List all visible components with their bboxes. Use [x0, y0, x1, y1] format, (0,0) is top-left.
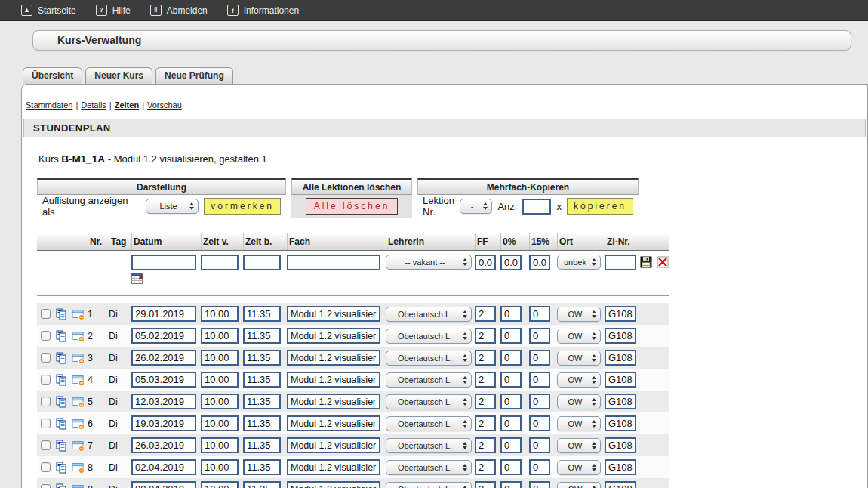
- zi-nr-input[interactable]: [605, 415, 636, 431]
- ff-input[interactable]: [475, 328, 496, 344]
- copy-row-icon[interactable]: [55, 462, 67, 474]
- new-ff-input[interactable]: [475, 255, 496, 270]
- 15-percent-input[interactable]: [529, 481, 550, 488]
- ff-input[interactable]: [475, 394, 496, 409]
- remove-lesson-icon[interactable]: [72, 352, 85, 364]
- remove-lesson-icon[interactable]: [72, 483, 85, 488]
- zeit-von-input[interactable]: [201, 328, 239, 344]
- clear-row-icon[interactable]: [657, 256, 669, 268]
- 0-percent-input[interactable]: [500, 328, 522, 344]
- anzahl-input[interactable]: [522, 199, 551, 215]
- breadcrumb-stammdaten[interactable]: Stammdaten: [26, 100, 72, 110]
- 0-percent-input[interactable]: [500, 481, 522, 488]
- zeit-bis-input[interactable]: [243, 481, 281, 488]
- fach-input[interactable]: [287, 372, 380, 388]
- ff-input[interactable]: [475, 350, 496, 366]
- zeit-von-input[interactable]: [201, 372, 239, 388]
- topbar-item-startseite[interactable]: ▲ Startseite: [21, 5, 76, 16]
- topbar-item-abmelden[interactable]: ‖ Abmelden: [150, 5, 208, 16]
- ort-select[interactable]: OW: [557, 329, 601, 344]
- datum-input[interactable]: [131, 394, 196, 409]
- remove-lesson-icon[interactable]: [72, 374, 85, 386]
- 15-percent-input[interactable]: [529, 372, 550, 388]
- zeit-von-input[interactable]: [201, 437, 239, 453]
- lektion-nr-select[interactable]: -: [460, 199, 493, 214]
- ort-select[interactable]: OW: [557, 460, 601, 475]
- zi-nr-input[interactable]: [605, 481, 636, 488]
- ort-select[interactable]: OW: [557, 351, 601, 366]
- calendar-icon[interactable]: [131, 273, 143, 285]
- new-0-percent-input[interactable]: [500, 255, 522, 270]
- row-select-checkbox[interactable]: [41, 353, 51, 363]
- fach-input[interactable]: [287, 394, 380, 409]
- breadcrumb-zeiten-current[interactable]: Zeiten: [115, 100, 139, 110]
- display-mode-select[interactable]: Liste: [146, 199, 199, 214]
- lehrerin-select[interactable]: Obertautsch L.: [386, 394, 472, 409]
- lehrerin-select[interactable]: Obertautsch L.: [386, 351, 472, 366]
- 0-percent-input[interactable]: [500, 306, 522, 322]
- copy-row-icon[interactable]: [55, 440, 67, 452]
- copy-row-icon[interactable]: [55, 418, 67, 430]
- zi-nr-input[interactable]: [605, 394, 636, 409]
- row-select-checkbox[interactable]: [41, 440, 51, 450]
- zeit-von-input[interactable]: [201, 481, 239, 488]
- row-select-checkbox[interactable]: [41, 462, 51, 472]
- zeit-von-input[interactable]: [201, 415, 239, 431]
- 0-percent-input[interactable]: [500, 372, 522, 388]
- ff-input[interactable]: [475, 415, 496, 431]
- new-lehrerin-select[interactable]: -- vakant --: [386, 255, 472, 270]
- zi-nr-input[interactable]: [605, 328, 636, 344]
- new-ort-select[interactable]: unbek: [557, 255, 601, 270]
- ff-input[interactable]: [475, 372, 496, 388]
- copy-row-icon[interactable]: [55, 308, 67, 320]
- zi-nr-input[interactable]: [605, 459, 636, 475]
- zeit-bis-input[interactable]: [243, 437, 281, 453]
- new-zi-nr-input[interactable]: [605, 255, 636, 270]
- zeit-von-input[interactable]: [201, 350, 239, 366]
- remove-lesson-icon[interactable]: [72, 396, 85, 408]
- row-select-checkbox[interactable]: [41, 397, 51, 406]
- ort-select[interactable]: OW: [557, 372, 601, 388]
- lehrerin-select[interactable]: Obertautsch L.: [386, 307, 472, 322]
- copy-row-icon[interactable]: [55, 374, 67, 386]
- lehrerin-select[interactable]: Obertautsch L.: [386, 438, 472, 453]
- zeit-bis-input[interactable]: [243, 350, 281, 366]
- zeit-bis-input[interactable]: [243, 459, 281, 475]
- lehrerin-select[interactable]: Obertautsch L.: [386, 416, 472, 431]
- zeit-von-input[interactable]: [201, 394, 239, 409]
- ff-input[interactable]: [475, 306, 496, 322]
- fach-input[interactable]: [287, 459, 380, 475]
- copy-row-icon[interactable]: [55, 483, 67, 488]
- zeit-von-input[interactable]: [201, 306, 239, 322]
- 0-percent-input[interactable]: [500, 437, 522, 453]
- tab-neue-pruefung[interactable]: Neue Prüfung: [155, 67, 233, 84]
- 15-percent-input[interactable]: [529, 437, 550, 453]
- 15-percent-input[interactable]: [529, 459, 550, 475]
- new-zeit-von-input[interactable]: [201, 255, 239, 270]
- tab-uebersicht[interactable]: Übersicht: [23, 67, 82, 84]
- vormerken-button[interactable]: vormerken: [204, 198, 281, 215]
- datum-input[interactable]: [131, 437, 196, 453]
- 15-percent-input[interactable]: [529, 306, 550, 322]
- ff-input[interactable]: [475, 437, 496, 453]
- copy-row-icon[interactable]: [55, 352, 67, 364]
- lehrerin-select[interactable]: Obertautsch L.: [386, 460, 472, 475]
- datum-input[interactable]: [131, 459, 196, 475]
- zeit-bis-input[interactable]: [243, 328, 281, 344]
- fach-input[interactable]: [287, 328, 380, 344]
- datum-input[interactable]: [131, 350, 196, 366]
- lehrerin-select[interactable]: Obertautsch L.: [386, 372, 472, 388]
- 0-percent-input[interactable]: [500, 350, 522, 366]
- new-datum-input[interactable]: [131, 255, 196, 270]
- ort-select[interactable]: OW: [557, 482, 601, 488]
- ort-select[interactable]: OW: [557, 416, 601, 431]
- remove-lesson-icon[interactable]: [72, 440, 85, 452]
- zi-nr-input[interactable]: [605, 350, 636, 366]
- datum-input[interactable]: [131, 481, 196, 488]
- 15-percent-input[interactable]: [529, 328, 550, 344]
- topbar-item-hilfe[interactable]: ? Hilfe: [96, 5, 131, 16]
- 0-percent-input[interactable]: [500, 459, 522, 475]
- datum-input[interactable]: [131, 415, 196, 431]
- zeit-bis-input[interactable]: [243, 394, 281, 409]
- fach-input[interactable]: [287, 437, 380, 453]
